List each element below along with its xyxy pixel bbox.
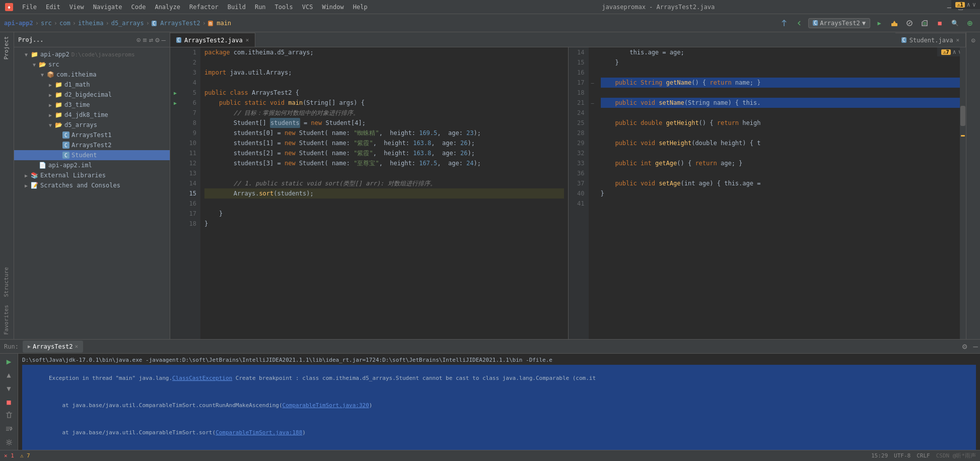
left-code-content[interactable]: package com.itheima.d5_arrays; import ja… [200,47,568,339]
project-panel-title: Proj... [18,36,44,43]
tab-student[interactable]: C Student.java ✕ [895,33,966,47]
console-scroll-up-btn[interactable]: ▲ [3,369,15,381]
menu-build[interactable]: Build [224,2,250,12]
breadcrumb-d5arrays[interactable]: d5_arrays [111,20,144,27]
menu-help[interactable]: Help [349,2,372,12]
console-scroll-down-btn[interactable]: ▼ [3,382,15,394]
project-settings-icon[interactable]: ⚙ [155,36,159,44]
menu-file[interactable]: File [18,2,41,12]
fold-16 [589,68,597,78]
structure-panel-toggle[interactable]: Structure [0,263,12,301]
menu-edit[interactable]: Edit [42,2,64,12]
tree-d5-arrays[interactable]: ▼ 📂 d5_arrays [14,120,170,130]
fold-41 [589,199,597,209]
console-exception-link[interactable]: ClassCastException [172,375,232,381]
breadcrumb-project[interactable]: api-app2 [4,20,33,27]
add-button[interactable]: ⊕ [964,17,976,29]
console-at-1-link[interactable]: ComparableTimSort.java:320 [283,402,369,409]
tree-student[interactable]: ▶ C Student [14,150,170,160]
tab-icon-at2: C [176,37,181,43]
tree-label-at1: ArraysTest1 [72,131,111,139]
gutter-6-run[interactable]: ▶ [170,98,180,108]
breadcrumb-itheima[interactable]: itheima [78,20,104,27]
console-clear-btn[interactable] [3,410,15,421]
tree-com-itheima[interactable]: ▼ 📦 com.itheima [14,70,170,80]
run-minimize-icon[interactable]: — [973,342,978,351]
tree-arrow-student: ▶ [54,151,62,159]
vcs-button[interactable] [778,17,790,29]
tree-arrays-test2[interactable]: ▶ C ArraysTest2 [14,140,170,150]
project-scope-icon[interactable]: ⊙ [136,36,141,44]
breadcrumb-class[interactable]: C ArraysTest2 [152,20,200,27]
run-tab[interactable]: ▶ ArraysTest2 ✕ [23,341,83,353]
menu-analyze[interactable]: Analyze [151,2,184,12]
tab-close-at2[interactable]: ✕ [246,37,249,43]
menu-refactor[interactable]: Refactor [185,2,223,12]
right-scrollbar-thumb[interactable] [960,106,965,126]
console-output[interactable]: D:\soft\Java\jdk-17.0.1\bin\java.exe -ja… [18,354,980,450]
stop-button[interactable]: ■ [934,17,946,29]
run-tab-icon: ▶ [28,344,31,349]
right-strip-btn-1[interactable]: ⊙ [967,34,979,46]
class-icon-at2: C [62,142,69,149]
rcode-36 [601,168,962,178]
menu-view[interactable]: View [65,2,88,12]
tree-d4-jdk8[interactable]: ▶ 📁 d4_jdk8_time [14,110,170,120]
build-button[interactable] [888,17,900,29]
right-scrollbar[interactable] [960,47,966,339]
tab-arrays-test2[interactable]: C ArraysTest2.java ✕ [170,33,255,47]
console-settings-btn[interactable] [3,436,15,448]
right-warning-up[interactable]: ∧ [953,48,956,55]
tree-label-com: com.itheima [56,71,96,78]
tree-scratches[interactable]: ▶ 📝 Scratches and Consoles [14,180,170,190]
tab-close-student[interactable]: ✕ [956,37,959,43]
console-run-btn[interactable]: ▶ [3,356,15,367]
tree-src[interactable]: ▼ 📂 src [14,59,170,70]
tree-root[interactable]: ▼ 📁 api-app2 D:\code\javaseproms [14,49,170,59]
console-wrap-btn[interactable] [3,423,15,435]
tree-ext-lib[interactable]: ▶ 📚 External Libraries [14,170,170,180]
menu-window[interactable]: Window [318,2,347,12]
menu-navigate[interactable]: Navigate [89,2,126,12]
tree-d2-bigdecimal[interactable]: ▶ 📁 d2_bigdecimal [14,90,170,100]
search-button[interactable]: 🔍 [949,17,961,29]
breadcrumb-com[interactable]: com [59,20,71,27]
code-line-14: // 1. public static void sort(类型[] arr):… [204,178,564,188]
right-code-content[interactable]: this.age = age; } public String getName(… [597,47,966,339]
breadcrumb-method[interactable]: m main [208,20,231,27]
console-stop-btn[interactable]: ■ [3,396,15,408]
menu-run[interactable]: Run [251,2,270,12]
run-config-name: ArraysTest2 [820,20,860,27]
menu-code[interactable]: Code [127,2,150,12]
rcode-25: public double getHeight() { return heigh [601,118,962,128]
console-at-2-link[interactable]: ComparableTimSort.java:188 [216,429,302,436]
tree-arrays-test1[interactable]: ▶ C ArraysTest1 [14,130,170,140]
rln-17: 17 [569,78,585,88]
bottom-tabs: Run: ▶ ArraysTest2 ✕ ⚙ — [0,340,980,354]
ln-5: 5 [180,88,196,98]
fold-21[interactable]: — [589,98,597,108]
coverage-button[interactable] [919,17,931,29]
run-tab-close[interactable]: ✕ [75,343,78,350]
project-equalize-icon[interactable]: ≡ [143,36,147,44]
menu-tools[interactable]: Tools [271,2,297,12]
breadcrumb-src[interactable]: src [41,20,52,27]
run-config-selector[interactable]: C ArraysTest2 ▼ [808,18,870,28]
run-settings-icon[interactable]: ⚙ [962,342,967,351]
project-panel-toggle[interactable]: Project [0,32,12,63]
favorites-panel-toggle[interactable]: Favorites [0,301,12,339]
debug-button[interactable] [903,17,916,29]
project-equalize2-icon[interactable]: ⇄ [149,36,153,44]
gutter-5-run[interactable]: ▶ [170,88,180,98]
tree-d3-time[interactable]: ▶ 📁 d3_time [14,100,170,110]
back-button[interactable] [793,17,805,29]
run-button[interactable]: ▶ [873,17,885,29]
breadcrumb-sep-1: › [35,20,39,27]
class-icon-at1: C [62,131,69,139]
project-minimize-icon[interactable]: — [162,36,166,44]
tree-iml[interactable]: ▶ 📄 api-app2.iml [14,160,170,170]
menu-vcs[interactable]: VCS [298,2,317,12]
tree-d1-math[interactable]: ▶ 📁 d1_math [14,80,170,90]
main-content: Project Structure Favorites Proj... ⊙ ≡ … [0,32,980,339]
fold-17[interactable]: — [589,78,597,88]
